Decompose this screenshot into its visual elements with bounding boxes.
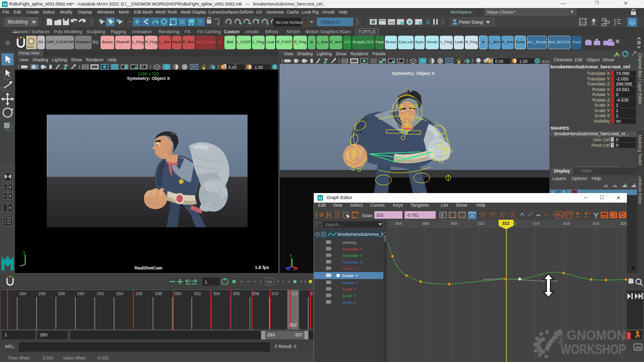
svg-text:?: ?	[198, 19, 202, 26]
svg-text:EA: EA	[267, 280, 272, 284]
svg-text:T: T	[398, 59, 401, 63]
svg-text:312: 312	[289, 322, 297, 327]
svg-text:Scale X: Scale X	[342, 287, 356, 292]
svg-text:302: 302	[194, 291, 201, 296]
svg-text:broo: broo	[27, 45, 34, 48]
svg-text:y: y	[290, 253, 292, 257]
svg-text:Rotate Y: Rotate Y	[342, 274, 358, 278]
svg-text:304: 304	[213, 291, 220, 296]
svg-text:308: 308	[252, 291, 259, 296]
svg-text:y: y	[23, 250, 25, 254]
svg-text:288: 288	[58, 291, 65, 296]
svg-text:308: 308	[450, 221, 457, 226]
svg-text:0.00: 0.00	[228, 65, 237, 70]
svg-text:296: 296	[135, 291, 142, 296]
svg-text:Modeling: Modeling	[8, 19, 28, 25]
svg-text:284: 284	[19, 291, 26, 296]
svg-text:298: 298	[155, 291, 162, 296]
svg-text:-0.761: -0.761	[407, 213, 419, 218]
svg-text:T: T	[142, 65, 144, 69]
svg-text:0.00: 0.00	[495, 59, 504, 64]
svg-text:300: 300	[175, 291, 182, 296]
svg-text:314: 314	[533, 221, 540, 226]
svg-text:Translate X: Translate X	[342, 247, 363, 251]
svg-text:310: 310	[271, 291, 278, 296]
svg-text:Object X: Object X	[321, 19, 340, 25]
svg-text:Peter Dang: Peter Dang	[459, 19, 483, 25]
svg-text:Translate Z: Translate Z	[342, 260, 363, 264]
svg-text:1.00: 1.00	[255, 65, 263, 70]
svg-text:292: 292	[97, 291, 104, 296]
svg-text:Visibility: Visibility	[342, 240, 357, 245]
svg-text:286: 286	[39, 291, 46, 296]
svg-text:294: 294	[116, 291, 123, 296]
svg-text:No Live Surface: No Live Surface	[276, 20, 302, 25]
svg-text:+: +	[4, 194, 6, 199]
svg-text:290: 290	[77, 291, 85, 296]
svg-text:312: 312	[502, 221, 509, 226]
svg-text:315: 315	[376, 213, 383, 218]
svg-text:2: 2	[514, 221, 517, 226]
svg-text:(A): (A)	[635, 345, 641, 350]
svg-text:ACE: ACE	[542, 59, 549, 64]
svg-text:306: 306	[232, 291, 239, 296]
svg-text:304: 304	[395, 221, 402, 226]
svg-text:310: 310	[477, 221, 485, 226]
svg-text:Stats: Stats	[362, 213, 373, 218]
svg-text:IPR: IPR	[389, 21, 394, 24]
svg-text:Search...: Search...	[325, 222, 342, 227]
svg-text:312: 312	[291, 291, 298, 296]
svg-text:1: 1	[205, 280, 207, 285]
svg-text:M: M	[318, 196, 323, 201]
svg-text:Rotate X: Rotate X	[342, 266, 358, 271]
svg-text:Scale Z: Scale Z	[342, 300, 356, 305]
svg-text:M: M	[3, 2, 7, 7]
svg-text:316: 316	[563, 221, 570, 226]
svg-text:Translate Y: Translate Y	[342, 253, 363, 258]
svg-text:Scale Y: Scale Y	[342, 294, 356, 298]
svg-text:Rotate Z: Rotate Z	[342, 281, 358, 285]
svg-text:+: +	[4, 186, 6, 190]
svg-text:1.00: 1.00	[519, 59, 528, 64]
svg-text:brookeHeroSuitArmor_her: brookeHeroSuitArmor_her	[338, 232, 387, 237]
svg-text:318: 318	[592, 221, 599, 226]
svg-text:306: 306	[422, 221, 429, 226]
